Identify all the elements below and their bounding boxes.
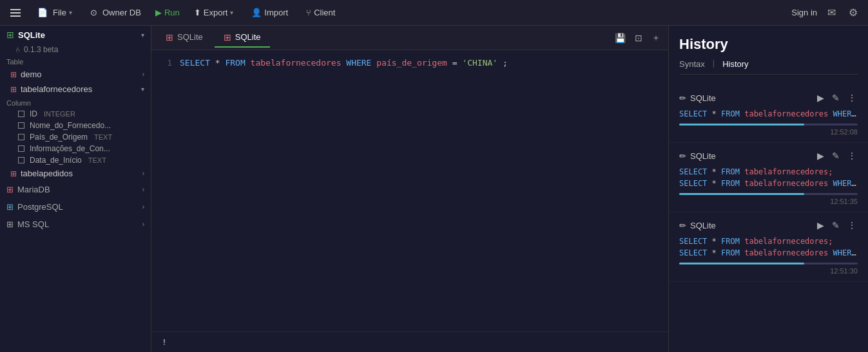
export-menu[interactable]: ⬆ Export ▾ [190,5,238,20]
sqlite-icon: ⊞ [6,30,14,40]
topbar-right: Sign in ✉ ⚙ [791,4,860,21]
kw-select: SELECT [180,58,210,68]
history-item-1-header: ✏ SQLite ▶ ✎ ⋮ [679,91,858,104]
h2-kw-from-1: FROM [721,167,740,176]
tabelafornecedores-name: tabelafornecedores [21,84,92,94]
history-item-2-sql-line1: SELECT * FROM tabelafornecedores; [679,166,858,178]
mariadb-inner: ⊞ MariaDB [6,185,50,194]
file-menu[interactable]: 📄 File ▾ [34,5,76,20]
client-menu[interactable]: ⑂ Client [302,5,339,20]
h1-tbl: tabelafornecedores [744,109,833,118]
sidebar-item-tabelapedidos[interactable]: ⊞ tabelapedidos › [0,166,151,181]
tabelafornecedores-icon: ⊞ [10,85,17,94]
column-nome[interactable]: Nome_do_Fornecedo... [0,120,151,131]
tab2-label: SQLite [235,32,261,42]
history-tab-sep: | [713,58,715,70]
sql-col-name: país_de_origem [376,58,452,68]
sql-editor[interactable]: 1 SELECT * FROM tabelafornecedores WHERE… [151,50,668,331]
history-item-3-header: ✏ SQLite ▶ ✎ ⋮ [679,219,858,232]
history-tab-history[interactable]: History [722,58,748,70]
mariadb-chevron: › [142,186,144,193]
sql-semicolon: ; [503,58,508,68]
sidebar-mariadb[interactable]: ⊞ MariaDB › [0,181,151,198]
file-chevron: ▾ [69,9,72,16]
history-item-3-more[interactable]: ⋮ [846,219,858,232]
topbar-left: 📄 File ▾ ⊙ Owner DB ▶ Run ⬆ Export ▾ 👤 I… [8,5,781,20]
history-item-3-sql-line2: SELECT * FROM tabelafornecedores WHERE | [679,247,858,259]
history-item-2-edit[interactable]: ✎ [831,149,841,162]
mssql-inner: ⊞ MS SQL [6,219,49,229]
col-pais-box [18,134,24,140]
demo-table-icon: ⊞ [10,70,17,79]
column-id[interactable]: ID INTEGER [0,108,151,120]
history-item-2-more[interactable]: ⋮ [846,149,858,162]
history-items-list: ✏ SQLite ▶ ✎ ⋮ SELECT * FROM tabelaforne… [669,80,868,287]
sign-in-button[interactable]: Sign in [791,8,817,17]
col-info-box [18,145,24,152]
history-item-2: ✏ SQLite ▶ ✎ ⋮ SELECT * FROM tabelaforne… [669,143,868,212]
save-tab-button[interactable]: 💾 [612,30,628,46]
history-item-2-time: 12:51:35 [679,198,858,205]
sidebar-sqlite-db[interactable]: ⊞ SQLite ▾ [0,26,151,44]
col-info-name: Informações_de_Con... [30,144,110,153]
ownerdb-menu[interactable]: ⊙ Owner DB [86,5,145,20]
h3-star-2: * [712,248,721,257]
sql-op: = [452,58,458,68]
history-item-2-db: ✏ SQLite [679,151,716,161]
settings-button[interactable]: ⚙ [846,4,860,21]
main-layout: ⊞ SQLite ▾ ⑃ 0.1.3 beta Table ⊞ demo › ⊞… [0,26,868,352]
history-item-2-actions: ▶ ✎ ⋮ [816,149,858,162]
col-data-name: Data_de_Início [30,156,82,165]
add-tab-button[interactable]: ＋ [649,30,663,46]
history-tab-syntax[interactable]: Syntax [679,58,705,70]
hamburger-menu[interactable] [8,6,23,19]
column-data[interactable]: Data_de_Início TEXT [0,154,151,166]
kw-from: FROM [225,58,245,68]
h1-kw-where: WHERE [833,109,856,118]
col-id-name: ID [30,109,37,118]
history-title: History [679,36,858,53]
history-item-3-edit[interactable]: ✎ [831,219,841,232]
col-data-box [18,157,24,163]
import-menu[interactable]: 👤 Import [247,5,292,20]
tab-sqlite-2[interactable]: ⊞ SQLite [215,28,270,48]
history-item-3-sql-line1: SELECT * FROM tabelafornecedores; [679,236,858,247]
tab-actions: 💾 ⊡ ＋ [612,30,663,46]
sidebar-postgresql[interactable]: ⊞ PostgreSQL › [0,198,151,216]
history-item-1-more[interactable]: ⋮ [846,91,858,104]
postgresql-name: PostgreSQL [17,202,63,212]
tab-sqlite-1[interactable]: ⊞ SQLite [157,28,212,48]
client-label: Client [314,8,335,17]
run-button[interactable]: ▶ Run [155,8,180,17]
mail-button[interactable]: ✉ [825,4,838,21]
sql-table-name: tabelafornecedores [251,58,347,68]
col-data-type: TEXT [88,156,106,164]
column-pais[interactable]: País_de_Origem TEXT [0,131,151,143]
sidebar-item-demo[interactable]: ⊞ demo › [0,67,151,82]
tab2-icon: ⊞ [224,32,231,42]
history-item-1-run[interactable]: ▶ [816,91,825,104]
column-info[interactable]: Informações_de_Con... [0,143,151,154]
col-id-type: INTEGER [44,110,75,118]
mssql-name: MS SQL [17,219,49,229]
history-item-2-run[interactable]: ▶ [816,149,825,162]
postgresql-inner: ⊞ PostgreSQL [6,202,63,212]
export-icon: ⬆ [194,8,201,17]
h3-kw-select-1: SELECT [679,237,707,246]
h3-kw-from-1: FROM [721,237,740,246]
sidebar-mssql[interactable]: ⊞ MS SQL › [0,216,151,233]
expand-tab-button[interactable]: ⊡ [632,30,645,46]
sidebar-item-tabelafornecedores[interactable]: ⊞ tabelafornecedores ▾ [0,82,151,97]
history-item-2-progress-bar [679,193,804,195]
history-item-3-run[interactable]: ▶ [816,219,825,232]
mariadb-name: MariaDB [17,185,50,194]
line-number-1: 1 [162,58,172,68]
col-pais-name: País_de_Origem [30,133,88,142]
history-item-3-time: 12:51:30 [679,267,858,275]
history-item-1-edit[interactable]: ✎ [831,91,841,104]
sqlite-chevron: ▾ [141,32,144,39]
history-item-2-edit-icon: ✏ [679,151,686,161]
h2-tbl-1: tabelafornecedores; [744,167,833,176]
history-header: History Syntax | History [669,26,868,80]
h3-kw-where-2: WHERE [833,248,856,257]
